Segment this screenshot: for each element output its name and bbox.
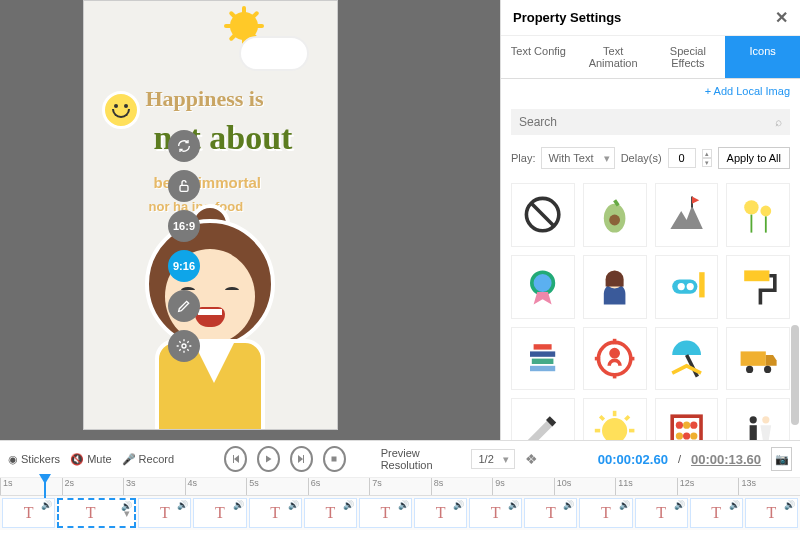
icon-abacus[interactable] bbox=[655, 398, 719, 440]
headline-1[interactable]: Happiness is bbox=[146, 86, 264, 112]
timeline-clip[interactable]: 🔊T bbox=[579, 498, 632, 528]
lock-button[interactable] bbox=[168, 170, 200, 202]
timeline-clip[interactable]: 🔊T bbox=[57, 498, 136, 528]
ruler-tick[interactable]: 9s bbox=[492, 478, 554, 495]
svg-point-45 bbox=[690, 421, 697, 428]
svg-rect-29 bbox=[740, 351, 765, 365]
icon-dandelion[interactable] bbox=[726, 183, 790, 247]
search-input[interactable] bbox=[511, 109, 790, 135]
settings-button[interactable] bbox=[168, 330, 200, 362]
character-graphic[interactable] bbox=[120, 219, 300, 429]
svg-rect-20 bbox=[530, 351, 555, 356]
svg-point-31 bbox=[764, 366, 771, 373]
record-toggle[interactable]: 🎤 Record bbox=[122, 453, 174, 466]
smiley-graphic[interactable] bbox=[102, 91, 140, 129]
timeline-clip[interactable]: 🔊T bbox=[469, 498, 522, 528]
camera-button[interactable]: 📷 bbox=[771, 447, 792, 471]
svg-point-8 bbox=[760, 206, 771, 217]
canvas-area: Happiness is not about being immortal no… bbox=[0, 0, 500, 440]
icon-avocado[interactable] bbox=[583, 183, 647, 247]
timeline-clip[interactable]: 🔊T bbox=[138, 498, 191, 528]
ruler-tick[interactable]: 12s bbox=[677, 478, 739, 495]
ruler-tick[interactable]: 10s bbox=[554, 478, 616, 495]
layers-icon[interactable]: ❖ bbox=[525, 451, 538, 467]
timeline-track[interactable]: 🔊T🔊T🔊T🔊T🔊T🔊T🔊T🔊T🔊T🔊T🔊T🔊T🔊T🔊T bbox=[0, 496, 800, 530]
icon-target-person[interactable] bbox=[583, 327, 647, 391]
tab-text-animation[interactable]: Text Animation bbox=[576, 36, 651, 78]
resolution-label: Preview Resolution bbox=[381, 447, 462, 471]
icons-grid bbox=[501, 175, 800, 440]
edit-button[interactable] bbox=[168, 290, 200, 322]
delay-stepper[interactable]: ▴▾ bbox=[702, 149, 712, 167]
ruler-tick[interactable]: 7s bbox=[369, 478, 431, 495]
icon-wedding-couple[interactable] bbox=[726, 398, 790, 440]
svg-point-30 bbox=[746, 366, 753, 373]
svg-point-46 bbox=[676, 432, 683, 439]
cloud-graphic[interactable] bbox=[239, 36, 309, 71]
skip-start-button[interactable] bbox=[224, 446, 247, 472]
ruler-tick[interactable]: 5s bbox=[246, 478, 308, 495]
timeline-clip[interactable]: 🔊T bbox=[745, 498, 798, 528]
ruler-tick[interactable]: 4s bbox=[185, 478, 247, 495]
ruler-tick[interactable]: 6s bbox=[308, 478, 370, 495]
icon-mountain-flag[interactable] bbox=[655, 183, 719, 247]
svg-rect-17 bbox=[744, 270, 769, 281]
icons-scrollbar[interactable] bbox=[791, 325, 799, 425]
design-canvas[interactable]: Happiness is not about being immortal no… bbox=[83, 0, 338, 430]
resolution-select[interactable]: 1/2 bbox=[471, 449, 514, 469]
svg-point-48 bbox=[690, 432, 697, 439]
timeline-clip[interactable]: 🔊T bbox=[690, 498, 743, 528]
icon-knife[interactable] bbox=[511, 398, 575, 440]
ruler-tick[interactable]: 3s bbox=[123, 478, 185, 495]
apply-to-all-button[interactable]: Apply to All bbox=[718, 147, 790, 169]
svg-point-44 bbox=[683, 421, 690, 428]
stop-button[interactable] bbox=[323, 446, 346, 472]
play-select[interactable]: With Text bbox=[541, 147, 614, 169]
icon-beach-umbrella[interactable] bbox=[655, 327, 719, 391]
timeline-area: ◉ Stickers 🔇 Mute 🎤 Record Preview Resol… bbox=[0, 440, 800, 530]
icon-woman[interactable] bbox=[583, 255, 647, 319]
svg-point-23 bbox=[611, 349, 618, 356]
delay-input[interactable] bbox=[668, 148, 696, 168]
search-icon[interactable]: ⌕ bbox=[775, 115, 782, 129]
ruler-tick[interactable]: 2s bbox=[62, 478, 124, 495]
time-total[interactable]: 00:00:13.60 bbox=[691, 452, 761, 467]
timeline-clip[interactable]: 🔊T bbox=[524, 498, 577, 528]
ruler-tick[interactable]: 1s bbox=[0, 478, 62, 495]
icon-books[interactable] bbox=[511, 327, 575, 391]
icon-truck[interactable] bbox=[726, 327, 790, 391]
add-local-image-link[interactable]: + Add Local Imag bbox=[501, 79, 800, 103]
svg-point-1 bbox=[182, 344, 186, 348]
timeline-clip[interactable]: 🔊T bbox=[249, 498, 302, 528]
timeline-clip[interactable]: 🔊T bbox=[635, 498, 688, 528]
close-icon[interactable]: ✕ bbox=[775, 8, 788, 27]
refresh-button[interactable] bbox=[168, 130, 200, 162]
svg-rect-21 bbox=[534, 344, 552, 349]
icon-forbidden[interactable] bbox=[511, 183, 575, 247]
timeline-clip[interactable]: 🔊T bbox=[414, 498, 467, 528]
ratio-16-9-button[interactable]: 16:9 bbox=[168, 210, 200, 242]
svg-point-15 bbox=[686, 283, 693, 290]
icon-badge[interactable] bbox=[511, 255, 575, 319]
timeline-ruler[interactable]: 1s2s3s4s5s6s7s8s9s10s11s12s13s bbox=[0, 478, 800, 496]
timeline-clip[interactable]: 🔊T bbox=[359, 498, 412, 528]
ruler-tick[interactable]: 8s bbox=[431, 478, 493, 495]
ruler-tick[interactable]: 11s bbox=[615, 478, 677, 495]
timeline-clip[interactable]: 🔊T bbox=[193, 498, 246, 528]
stickers-toggle[interactable]: ◉ Stickers bbox=[8, 453, 60, 466]
play-button[interactable] bbox=[257, 446, 280, 472]
timeline-clip[interactable]: 🔊T bbox=[304, 498, 357, 528]
tab-text-config[interactable]: Text Config bbox=[501, 36, 576, 78]
tab-icons[interactable]: Icons bbox=[725, 36, 800, 78]
icon-sun-face[interactable] bbox=[583, 398, 647, 440]
ratio-9-16-button[interactable]: 9:16 bbox=[168, 250, 200, 282]
tab-special-effects[interactable]: Special Effects bbox=[651, 36, 726, 78]
timeline-clip[interactable]: 🔊T bbox=[2, 498, 55, 528]
mute-toggle[interactable]: 🔇 Mute bbox=[70, 453, 111, 466]
skip-end-button[interactable] bbox=[290, 446, 313, 472]
svg-line-3 bbox=[532, 204, 554, 226]
ruler-tick[interactable]: 13s bbox=[738, 478, 800, 495]
icon-snorkel[interactable] bbox=[655, 255, 719, 319]
svg-point-43 bbox=[676, 421, 683, 428]
icon-paint-roller[interactable] bbox=[726, 255, 790, 319]
